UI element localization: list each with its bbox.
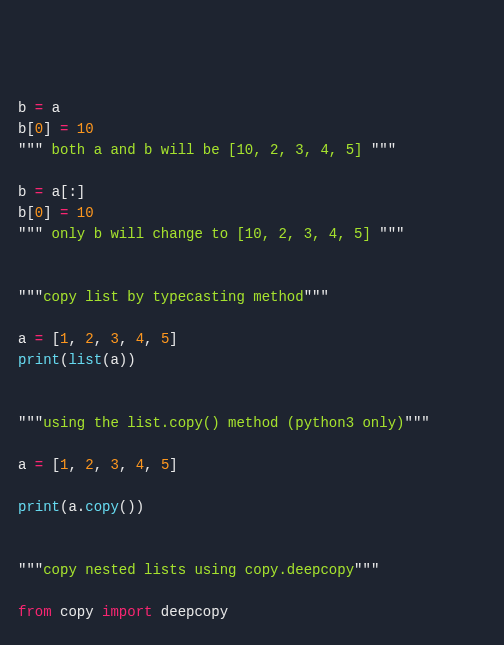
code-token: a: [18, 457, 35, 473]
code-line: [18, 245, 486, 266]
code-token: copy: [60, 604, 102, 620]
code-token: ,: [94, 331, 111, 347]
code-token: using the list.copy() method (python3 on…: [43, 415, 404, 431]
code-line: """using the list.copy() method (python3…: [18, 413, 486, 434]
code-line: """ both a and b will be [10, 2, 3, 4, 5…: [18, 140, 486, 161]
code-token: ,: [68, 331, 85, 347]
code-line: b[0] = 10: [18, 119, 486, 140]
code-line: [18, 623, 486, 644]
code-token: a: [52, 184, 60, 200]
code-line: """copy list by typecasting method""": [18, 287, 486, 308]
code-token: b: [18, 100, 35, 116]
code-line: [18, 392, 486, 413]
code-token: (a)): [102, 352, 136, 368]
code-token: only b will change to [10, 2, 3, 4, 5]: [43, 226, 379, 242]
code-token: """: [304, 289, 329, 305]
code-token: 2: [85, 331, 93, 347]
code-token: a: [18, 331, 35, 347]
code-token: 4: [136, 457, 144, 473]
code-line: [18, 518, 486, 539]
code-token: """: [18, 289, 43, 305]
code-block: b = ab[0] = 10""" both a and b will be […: [18, 98, 486, 645]
code-line: [18, 581, 486, 602]
code-line: [18, 266, 486, 287]
code-token: =: [60, 205, 77, 221]
code-line: print(a.copy()): [18, 497, 486, 518]
code-token: 10: [77, 121, 94, 137]
code-token: ,: [94, 457, 111, 473]
code-token: 3: [110, 331, 118, 347]
code-token: import: [102, 604, 161, 620]
code-token: """: [379, 226, 404, 242]
code-line: """copy nested lists using copy.deepcopy…: [18, 560, 486, 581]
code-token: =: [35, 457, 52, 473]
code-token: """: [18, 142, 43, 158]
code-token: print: [18, 499, 60, 515]
code-line: a = [1, 2, 3, 4, 5]: [18, 329, 486, 350]
code-token: =: [35, 331, 52, 347]
code-token: ,: [119, 457, 136, 473]
code-token: copy nested lists using copy.deepcopy: [43, 562, 354, 578]
code-token: """: [371, 142, 396, 158]
code-token: ]: [169, 457, 177, 473]
code-token: list: [68, 352, 102, 368]
code-token: ()): [119, 499, 144, 515]
code-token: ,: [68, 457, 85, 473]
code-line: print(list(a)): [18, 350, 486, 371]
code-token: deepcopy: [161, 604, 228, 620]
code-token: copy: [85, 499, 119, 515]
code-token: [: [52, 331, 60, 347]
code-token: both a and b will be [10, 2, 3, 4, 5]: [43, 142, 371, 158]
code-line: [18, 371, 486, 392]
code-line: [18, 476, 486, 497]
code-line: """ only b will change to [10, 2, 3, 4, …: [18, 224, 486, 245]
code-line: [18, 539, 486, 560]
code-line: [18, 161, 486, 182]
code-line: from copy import deepcopy: [18, 602, 486, 623]
code-token: ,: [144, 331, 161, 347]
code-token: [: [26, 121, 34, 137]
code-token: =: [60, 121, 77, 137]
code-token: 3: [110, 457, 118, 473]
code-token: ,: [144, 457, 161, 473]
code-token: ]: [169, 331, 177, 347]
code-token: """: [404, 415, 429, 431]
code-token: copy list by typecasting method: [43, 289, 303, 305]
code-line: b = a: [18, 98, 486, 119]
code-token: 0: [35, 205, 43, 221]
code-line: b[0] = 10: [18, 203, 486, 224]
code-token: =: [35, 184, 52, 200]
code-token: 0: [35, 121, 43, 137]
code-token: """: [18, 562, 43, 578]
code-line: b = a[:]: [18, 182, 486, 203]
code-token: """: [354, 562, 379, 578]
code-token: ]: [43, 205, 60, 221]
code-token: 2: [85, 457, 93, 473]
code-line: [18, 434, 486, 455]
code-token: [: [52, 457, 60, 473]
code-token: (a.: [60, 499, 85, 515]
code-token: b: [18, 184, 35, 200]
code-token: from: [18, 604, 60, 620]
code-line: a = [1, 2, 3, 4, 5]: [18, 455, 486, 476]
code-token: [:]: [60, 184, 85, 200]
code-token: a: [52, 100, 60, 116]
code-token: ]: [43, 121, 60, 137]
code-token: =: [35, 100, 52, 116]
code-line: [18, 308, 486, 329]
code-token: [: [26, 205, 34, 221]
code-token: """: [18, 415, 43, 431]
code-token: ,: [119, 331, 136, 347]
code-token: 10: [77, 205, 94, 221]
code-token: 4: [136, 331, 144, 347]
code-token: """: [18, 226, 43, 242]
code-token: print: [18, 352, 60, 368]
